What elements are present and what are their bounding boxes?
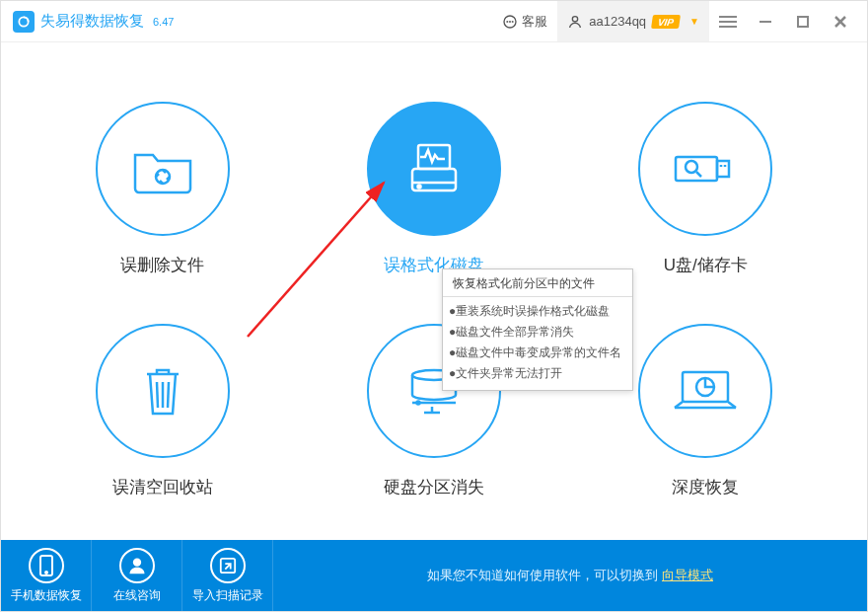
footer-label: 手机数据恢复 [11,587,82,604]
import-icon [210,548,246,583]
laptop-scan-icon [638,324,772,458]
footer-hint: 如果您不知道如何使用软件，可以切换到 向导模式 [273,540,867,611]
app-window: 失易得数据恢复 6.47 客服 aa1234qq VIP ▼ [0,0,868,612]
app-title: 失易得数据恢复 [40,12,144,31]
user-icon [567,14,583,30]
maximize-button[interactable] [784,1,822,41]
user-account-button[interactable]: aa1234qq VIP ▼ [557,1,709,41]
recovery-options-grid: 误删除文件 误格式化磁盘 [1,42,867,540]
minimize-button[interactable] [747,1,784,41]
tooltip-item: ●磁盘文件中毒变成异常的文件名 [449,343,628,363]
svg-rect-18 [717,161,729,177]
option-formatted-disk[interactable]: 误格式化磁盘 [298,78,569,300]
titlebar-left: 失易得数据恢复 6.47 [13,11,174,33]
option-label: 硬盘分区消失 [384,476,484,498]
titlebar: 失易得数据恢复 6.47 客服 aa1234qq VIP ▼ [1,1,867,42]
phone-icon [29,548,64,583]
menu-button[interactable] [709,1,747,41]
support-label: 客服 [522,13,547,31]
svg-point-35 [45,572,47,574]
folder-recycle-icon [96,102,230,236]
tooltip-title: 恢复格式化前分区中的文件 [443,269,632,297]
username: aa1234qq [589,14,646,29]
vip-badge: VIP [651,15,681,29]
footer-import-scan[interactable]: 导入扫描记录 [182,540,273,611]
footer-label: 导入扫描记录 [192,587,263,604]
svg-point-36 [132,558,140,566]
option-usb-sdcard[interactable]: U盘/储存卡 [570,78,841,300]
tooltip-item: ●磁盘文件全部异常消失 [449,322,628,343]
svg-line-23 [157,382,158,408]
svg-point-3 [510,21,511,22]
close-button[interactable] [822,1,859,41]
footer-label: 在线咨询 [113,587,161,604]
svg-point-4 [513,21,514,22]
option-label: U盘/储存卡 [664,254,748,276]
svg-rect-10 [798,17,808,27]
person-icon [119,548,155,583]
app-logo-icon [13,11,35,33]
svg-point-21 [686,161,697,173]
disk-pulse-icon [367,102,501,236]
footer-online-consult[interactable]: 在线咨询 [92,540,182,611]
app-version: 6.47 [153,16,174,28]
main-area: 误删除文件 误格式化磁盘 [1,42,867,540]
chevron-down-icon: ▼ [689,16,699,27]
option-deleted-files[interactable]: 误删除文件 [27,78,298,300]
svg-line-25 [168,382,169,408]
tooltip-item: ●文件夹异常无法打开 [449,363,628,384]
option-label: 误删除文件 [120,254,204,276]
footer-phone-recovery[interactable]: 手机数据恢复 [1,540,92,611]
svg-point-15 [417,186,420,189]
footer: 手机数据恢复 在线咨询 导入扫描记录 如果您不知道如何使用软件，可以切换到 向导… [1,540,867,611]
svg-point-5 [573,16,578,21]
option-label: 误清空回收站 [112,476,213,498]
svg-line-22 [696,172,701,177]
hint-text: 如果您不知道如何使用软件，可以切换到 [427,567,658,584]
support-button[interactable]: 客服 [492,1,557,41]
tooltip-item: ●重装系统时误操作格式化磁盘 [449,301,628,322]
option-recycle-bin[interactable]: 误清空回收站 [27,300,298,522]
option-tooltip: 恢复格式化前分区中的文件 ●重装系统时误操作格式化磁盘 ●磁盘文件全部异常消失 … [442,268,633,391]
titlebar-right: 客服 aa1234qq VIP ▼ [492,1,859,41]
usb-search-icon [638,102,772,236]
tooltip-body: ●重装系统时误操作格式化磁盘 ●磁盘文件全部异常消失 ●磁盘文件中毒变成异常的文… [443,297,632,390]
option-label: 深度恢复 [672,476,739,498]
svg-point-2 [507,21,508,22]
trash-icon [96,324,230,458]
hint-link[interactable]: 向导模式 [662,567,713,584]
svg-point-28 [416,402,419,405]
